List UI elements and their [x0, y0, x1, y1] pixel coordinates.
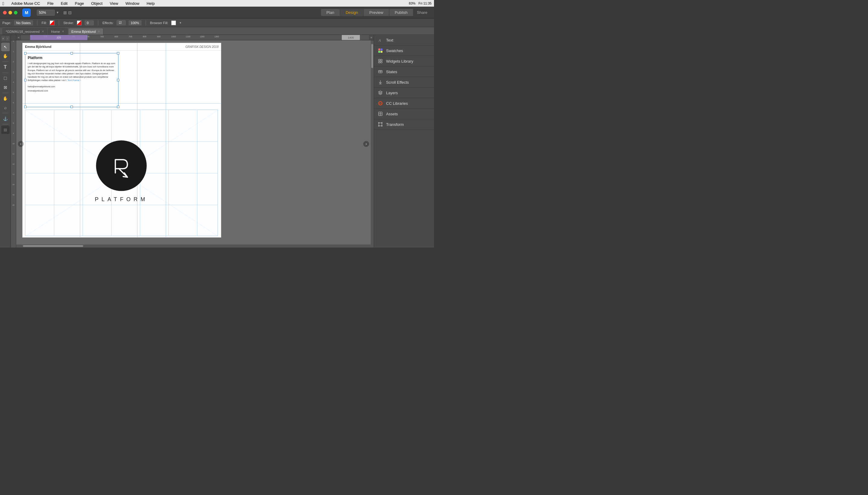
panel-item-scroll-effects[interactable]: Scroll Effects	[374, 77, 434, 88]
tab-close-gdmau[interactable]: ✕	[42, 30, 44, 33]
hand-tool[interactable]: ✋	[1, 94, 10, 103]
effects-value[interactable]: ☑	[117, 20, 126, 25]
tab-label-gdmau: *GDMAU18_recovered	[6, 30, 40, 33]
view-icon-1[interactable]: ⊞	[63, 10, 67, 15]
states-icon	[378, 69, 383, 74]
text-frame-link[interactable]: Text Frame ›	[67, 79, 81, 82]
ruler-n-1000: 1000	[171, 36, 176, 38]
stroke-value[interactable]: 0	[85, 20, 94, 25]
zoom-tool[interactable]: ⌕	[1, 103, 10, 112]
panel-item-assets[interactable]: Assets	[374, 109, 434, 119]
tab-label-home: Home	[51, 30, 60, 33]
tab-emma[interactable]: Emma Björklund ✕	[68, 28, 103, 35]
close-button[interactable]	[3, 11, 6, 15]
handle-mr[interactable]	[117, 79, 119, 81]
svg-rect-4	[381, 49, 382, 51]
menu-window[interactable]: Window	[124, 1, 141, 6]
collapse-right-arrow[interactable]: »	[369, 35, 374, 40]
scrollbar-thumb-v[interactable]	[371, 44, 373, 68]
zoom-control[interactable]: ▼	[37, 10, 59, 16]
canvas-scroll-area[interactable]: ‹ Emma Björklund GRAFISK DESIGN 2018	[16, 40, 374, 248]
logo-guide-v6	[197, 110, 197, 236]
handle-bm[interactable]	[70, 106, 73, 108]
next-page-arrow[interactable]: ›	[363, 141, 369, 147]
expand-right-btn[interactable]: ›	[6, 36, 9, 41]
tab-gdmau[interactable]: *GDMAU18_recovered ✕	[2, 28, 47, 35]
collapse-left-btn[interactable]: ✕	[1, 36, 5, 41]
panel-item-swatches[interactable]: Swatches	[374, 46, 434, 56]
menu-file[interactable]: File	[46, 1, 55, 6]
textbox2-tool[interactable]: ▤	[1, 125, 10, 134]
anchor-tool[interactable]: ⚓	[1, 115, 10, 123]
view-icon-2[interactable]: ⊟	[68, 10, 72, 15]
maximize-button[interactable]	[14, 11, 17, 15]
layers-icon	[378, 90, 383, 96]
ruler-v-number-500: 5	[11, 91, 16, 93]
design-button[interactable]: Design	[340, 9, 363, 16]
page-section-indicator: 320	[30, 35, 87, 40]
handle-bl[interactable]	[24, 106, 27, 108]
effects-label: Effects:	[102, 21, 113, 25]
placeholder-tool[interactable]: ⊠	[1, 83, 10, 91]
separator-2	[59, 20, 59, 25]
contact-info: hello@emmabjorklund.com emmabjorklund.co…	[28, 85, 116, 93]
panel-item-cc-libraries[interactable]: CC CC Libraries	[374, 98, 434, 109]
share-button[interactable]: Share	[413, 9, 431, 16]
handle-tl[interactable]	[24, 52, 27, 54]
logo-guide-v5	[168, 110, 169, 236]
tab-close-home[interactable]: ✕	[62, 30, 64, 33]
menu-object[interactable]: Object	[90, 1, 104, 6]
platform-p-icon	[107, 151, 136, 180]
scrollbar-h[interactable]	[16, 244, 371, 248]
panel-label-text: Text	[386, 38, 393, 42]
panel-item-layers[interactable]: Layers	[374, 88, 434, 98]
panel-item-transform[interactable]: Transform	[374, 119, 434, 130]
collapse-left-arrow[interactable]: «	[16, 35, 21, 40]
preview-button[interactable]: Preview	[363, 9, 389, 16]
ruler-v-number-1300: 13	[11, 173, 16, 175]
minimize-button[interactable]	[9, 11, 12, 15]
text-content-box[interactable]: Platform I mitt designprojekt tog jag fr…	[25, 53, 118, 107]
fill-color[interactable]	[50, 20, 54, 25]
scrollbar-thumb-h[interactable]	[23, 245, 83, 247]
select-tool[interactable]: ↖	[1, 43, 10, 51]
zoom-dropdown-icon[interactable]: ▼	[56, 11, 59, 14]
tool-separator-2	[2, 72, 9, 73]
panel-label-widgets: Widgets Library	[386, 59, 413, 64]
apple-menu[interactable]: 	[2, 1, 4, 6]
ruler-n-800: 800	[143, 36, 146, 38]
menu-view[interactable]: View	[109, 1, 119, 6]
tab-label-emma: Emma Björklund	[71, 30, 96, 33]
browser-fill-color[interactable]	[171, 20, 176, 25]
stroke-color[interactable]	[77, 20, 82, 25]
effects-percent[interactable]: 100%	[129, 20, 141, 25]
rectangle-tool[interactable]: □	[1, 74, 10, 83]
page-header-bar: Emma Björklund GRAFISK DESIGN 2018	[22, 43, 221, 51]
panel-item-widgets[interactable]: Widgets Library	[374, 56, 434, 67]
menu-edit[interactable]: Edit	[60, 1, 69, 6]
handle-tr[interactable]	[117, 52, 119, 54]
pan-tool[interactable]: ✋	[1, 52, 10, 60]
handle-ml[interactable]	[24, 79, 27, 81]
browser-fill-dropdown[interactable]: ▼	[179, 21, 182, 24]
plan-button[interactable]: Plan	[321, 9, 340, 16]
menu-page[interactable]: Page	[73, 1, 85, 6]
menu-adobemusec[interactable]: Adobe Muse CC	[10, 1, 41, 6]
publish-button[interactable]: Publish	[389, 9, 413, 16]
handle-tm[interactable]	[70, 52, 73, 54]
panel-item-states[interactable]: States	[374, 67, 434, 77]
ruler-v-number-300: 3	[11, 71, 16, 73]
scroll-effects-icon	[378, 80, 383, 85]
prev-page-arrow[interactable]: ‹	[18, 141, 24, 147]
tab-close-emma[interactable]: ✕	[98, 30, 100, 33]
zoom-input[interactable]	[37, 10, 55, 16]
separator-3	[98, 20, 98, 25]
menu-help[interactable]: Help	[145, 1, 156, 6]
ruler-v-number-1400: 14	[11, 184, 16, 186]
panel-item-text[interactable]: A Text	[374, 35, 434, 46]
handle-br[interactable]	[117, 106, 119, 108]
text-tool[interactable]: T	[1, 63, 10, 71]
tab-home[interactable]: Home ✕	[48, 28, 67, 35]
canvas-page: Emma Björklund GRAFISK DESIGN 2018	[22, 43, 221, 238]
scrollbar-v[interactable]	[371, 40, 374, 248]
